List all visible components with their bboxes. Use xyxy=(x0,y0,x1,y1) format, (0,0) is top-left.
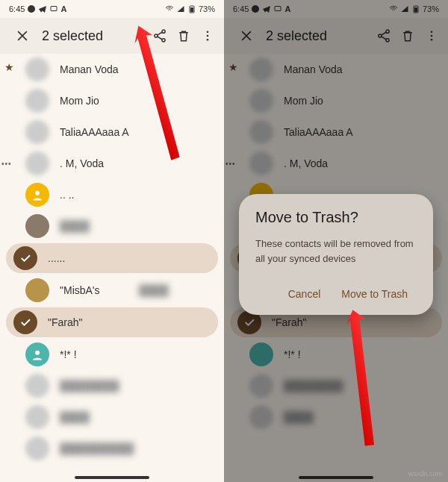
watermark: wsxdn.com xyxy=(408,470,442,478)
svg-point-7 xyxy=(207,31,209,33)
contact-item-selected[interactable]: "Farah" xyxy=(6,307,218,337)
avatar xyxy=(25,89,49,113)
whatsapp-icon xyxy=(27,4,36,13)
contact-item-selected[interactable]: ...... xyxy=(6,243,218,273)
dialog-title: Move to Trash? xyxy=(255,209,417,226)
contact-item[interactable]: ██████████ xyxy=(0,433,224,464)
contact-item[interactable]: .. .. xyxy=(0,179,224,210)
contact-item[interactable]: ████ xyxy=(0,401,224,433)
close-icon xyxy=(15,28,30,43)
person-icon xyxy=(31,188,44,201)
contact-name: Manan Voda xyxy=(60,63,214,75)
contact-item[interactable]: ★ Manan Voda xyxy=(0,54,224,85)
contact-item[interactable]: "MisbA's ████ xyxy=(0,275,224,306)
avatar xyxy=(25,374,49,398)
check-icon xyxy=(19,316,32,329)
telegram-icon xyxy=(38,4,47,13)
dialog-body: These contacts will be removed from all … xyxy=(255,237,417,266)
svg-point-10 xyxy=(35,191,40,195)
battery-icon xyxy=(187,4,196,13)
selection-count: 2 selected xyxy=(42,28,145,44)
contact-item[interactable]: ████████ xyxy=(0,370,224,401)
contact-name: "Farah" xyxy=(48,316,211,328)
star-icon: ★ xyxy=(4,61,14,73)
svg-rect-1 xyxy=(51,7,57,11)
contact-name: "MisbA's xyxy=(60,284,134,296)
close-selection-button[interactable] xyxy=(13,27,31,45)
contact-item[interactable]: Mom Jio xyxy=(0,85,224,116)
battery-percent: 73% xyxy=(199,4,215,13)
person-icon xyxy=(31,348,44,361)
avatar xyxy=(25,342,49,366)
status-bar: 6:45 A 73% xyxy=(0,0,224,18)
share-icon xyxy=(152,28,167,43)
text-icon: A xyxy=(60,4,66,13)
contact-name: . M, Voda xyxy=(60,157,214,169)
contact-name: TaliaAAAaaa A xyxy=(60,126,214,138)
avatar-check xyxy=(13,246,37,270)
contact-item[interactable]: TaliaAAAaaa A xyxy=(0,116,224,148)
contact-name-blurred: ████ xyxy=(60,411,214,423)
contact-name: .. .. xyxy=(60,189,214,201)
signal-icon xyxy=(176,4,185,13)
avatar xyxy=(25,57,49,81)
svg-rect-3 xyxy=(190,7,193,12)
avatar xyxy=(25,151,49,175)
move-to-trash-button[interactable]: Move to Trash xyxy=(332,281,417,307)
selection-header: 2 selected xyxy=(0,18,224,54)
contact-name-blurred: ████ xyxy=(60,220,214,232)
move-to-trash-dialog: Move to Trash? These contacts will be re… xyxy=(239,194,433,315)
contact-name-blurred: ██████████ xyxy=(60,442,214,454)
contact-name: Mom Jio xyxy=(60,95,214,107)
contact-list[interactable]: ★ Manan Voda Mom Jio TaliaAAAaaa A ••• .… xyxy=(0,54,224,472)
avatar xyxy=(25,183,49,207)
check-icon xyxy=(19,251,32,265)
phone-screen-right: 6:45 A 73% 2 selected xyxy=(224,0,448,482)
avatar xyxy=(25,120,49,144)
cancel-button[interactable]: Cancel xyxy=(279,281,330,307)
avatar xyxy=(25,436,49,460)
contact-name: ...... xyxy=(48,252,211,264)
contact-name-blurred: ████████ xyxy=(60,380,214,392)
avatar-check xyxy=(13,310,37,334)
contact-item[interactable]: ████ xyxy=(0,210,224,242)
share-button[interactable] xyxy=(151,27,169,45)
more-button[interactable] xyxy=(199,27,217,45)
svg-point-9 xyxy=(207,39,209,41)
cast-icon xyxy=(49,4,58,13)
trash-icon xyxy=(176,28,191,43)
svg-point-11 xyxy=(35,351,40,355)
avatar xyxy=(25,405,49,429)
nav-handle[interactable] xyxy=(75,476,149,479)
avatar xyxy=(25,278,49,302)
delete-button[interactable] xyxy=(175,27,193,45)
contact-item[interactable]: ••• . M, Voda xyxy=(0,148,224,179)
more-vert-icon xyxy=(201,29,214,43)
phone-screen-left: 6:45 A 73% 2 selected xyxy=(0,0,224,482)
more-horiz-icon: ••• xyxy=(1,160,12,168)
status-time: 6:45 xyxy=(9,4,25,13)
avatar xyxy=(25,214,49,238)
contact-name-blurred: ████ xyxy=(139,284,214,296)
contact-name: *!* ! xyxy=(60,348,214,360)
svg-point-8 xyxy=(207,35,209,37)
svg-point-0 xyxy=(28,5,35,13)
contact-item[interactable]: *!* ! xyxy=(0,339,224,370)
wifi-icon xyxy=(165,4,174,13)
